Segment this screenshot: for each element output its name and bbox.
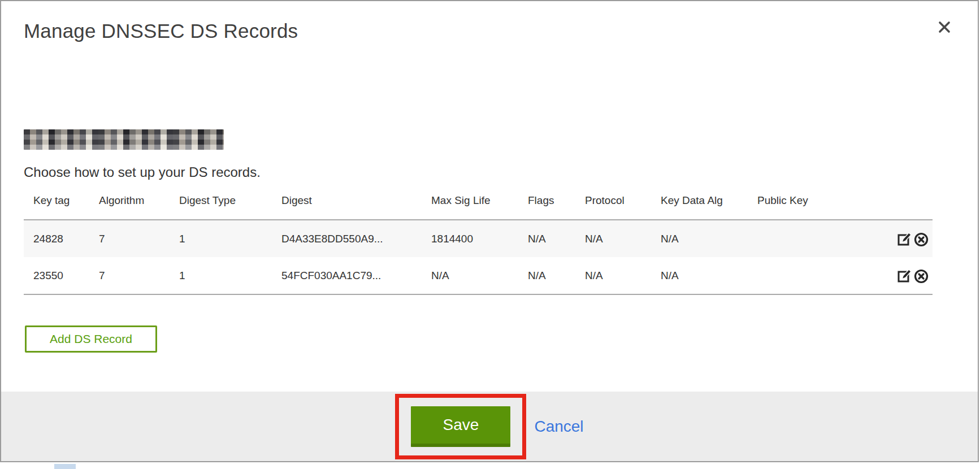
col-header-actions <box>873 188 933 220</box>
col-header-algorithm: Algorithm <box>99 188 179 220</box>
edit-record-icon[interactable] <box>897 231 913 247</box>
col-header-protocol: Protocol <box>585 188 661 220</box>
col-header-max-sig-life: Max Sig Life <box>431 188 528 220</box>
cell-max-sig-life: N/A <box>431 257 528 294</box>
edit-record-icon[interactable] <box>897 268 913 284</box>
cell-key-data-alg: N/A <box>661 257 757 294</box>
delete-record-icon[interactable] <box>913 231 929 247</box>
cancel-link[interactable]: Cancel <box>534 418 583 436</box>
cell-flags: N/A <box>528 220 585 257</box>
cell-digest: 54FCF030AA1C79... <box>281 257 431 294</box>
col-header-key-tag: Key tag <box>24 188 99 220</box>
cell-public-key <box>757 220 873 257</box>
col-header-flags: Flags <box>528 188 585 220</box>
col-header-key-data-alg: Key Data Alg <box>661 188 757 220</box>
ds-records-table: Key tag Algorithm Digest Type Digest Max… <box>24 188 933 295</box>
table-row: 24828 7 1 D4A33E8DD550A9... 1814400 N/A … <box>24 220 933 257</box>
close-button[interactable] <box>936 19 952 35</box>
cell-key-tag: 24828 <box>24 220 99 257</box>
domain-name-redacted <box>24 129 224 150</box>
cell-protocol: N/A <box>585 220 661 257</box>
save-highlight-annotation: Save <box>395 394 526 459</box>
table-row: 23550 7 1 54FCF030AA1C79... N/A N/A N/A … <box>24 257 933 294</box>
col-header-digest-type: Digest Type <box>179 188 281 220</box>
cell-digest: D4A33E8DD550A9... <box>281 220 431 257</box>
cell-flags: N/A <box>528 257 585 294</box>
delete-record-icon[interactable] <box>913 268 929 284</box>
dialog-title: Manage DNSSEC DS Records <box>24 20 298 42</box>
cell-public-key <box>757 257 873 294</box>
instruction-text: Choose how to set up your DS records. <box>24 164 261 180</box>
col-header-digest: Digest <box>281 188 431 220</box>
save-button[interactable]: Save <box>411 406 510 447</box>
table-header-row: Key tag Algorithm Digest Type Digest Max… <box>24 188 933 220</box>
cell-digest-type: 1 <box>179 220 281 257</box>
background-page-artifact <box>54 464 76 469</box>
close-icon <box>938 20 951 34</box>
cell-key-tag: 23550 <box>24 257 99 294</box>
cell-key-data-alg: N/A <box>661 220 757 257</box>
cell-digest-type: 1 <box>179 257 281 294</box>
cell-max-sig-life: 1814400 <box>431 220 528 257</box>
manage-dnssec-dialog: Manage DNSSEC DS Records Choose how to s… <box>0 0 979 462</box>
cell-protocol: N/A <box>585 257 661 294</box>
cell-algorithm: 7 <box>99 257 179 294</box>
cell-algorithm: 7 <box>99 220 179 257</box>
col-header-public-key: Public Key <box>757 188 873 220</box>
add-ds-record-button[interactable]: Add DS Record <box>25 325 157 353</box>
dialog-footer: Save Cancel <box>1 392 978 461</box>
